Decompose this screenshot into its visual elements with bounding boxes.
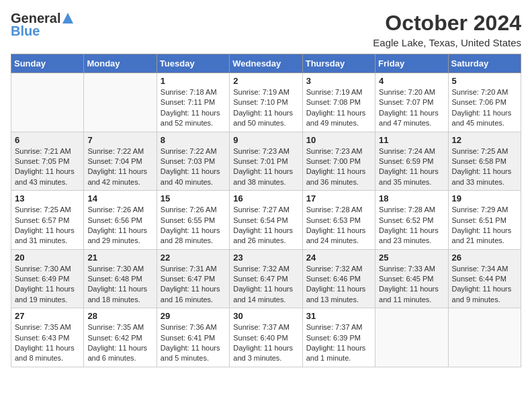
day-info: Sunrise: 7:20 AMSunset: 7:07 PMDaylight:…	[379, 87, 444, 129]
day-cell: 19Sunrise: 7:29 AMSunset: 6:51 PMDayligh…	[448, 191, 521, 250]
day-number: 9	[233, 135, 298, 145]
location: Eagle Lake, Texas, United States	[373, 37, 521, 48]
day-cell	[11, 73, 84, 132]
day-number: 25	[379, 253, 444, 263]
logo: General Blue	[11, 11, 73, 39]
day-cell: 1Sunrise: 7:18 AMSunset: 7:11 PMDaylight…	[157, 73, 229, 132]
day-info: Sunrise: 7:22 AMSunset: 7:04 PMDaylight:…	[87, 146, 152, 188]
logo-arrow-icon	[62, 13, 73, 26]
day-info: Sunrise: 7:21 AMSunset: 7:05 PMDaylight:…	[15, 146, 80, 188]
day-number: 12	[452, 135, 517, 145]
day-info: Sunrise: 7:23 AMSunset: 7:01 PMDaylight:…	[233, 146, 298, 188]
day-info: Sunrise: 7:22 AMSunset: 7:03 PMDaylight:…	[161, 146, 226, 188]
day-cell: 28Sunrise: 7:35 AMSunset: 6:42 PMDayligh…	[84, 308, 157, 367]
day-info: Sunrise: 7:26 AMSunset: 6:55 PMDaylight:…	[161, 205, 226, 246]
svg-marker-0	[62, 13, 73, 24]
week-row-3: 13Sunrise: 7:25 AMSunset: 6:57 PMDayligh…	[11, 191, 521, 250]
week-row-2: 6Sunrise: 7:21 AMSunset: 7:05 PMDaylight…	[11, 132, 521, 191]
day-cell: 25Sunrise: 7:33 AMSunset: 6:45 PMDayligh…	[375, 249, 448, 308]
day-number: 18	[379, 193, 444, 203]
day-info: Sunrise: 7:25 AMSunset: 6:57 PMDaylight:…	[15, 205, 80, 246]
day-cell: 26Sunrise: 7:34 AMSunset: 6:44 PMDayligh…	[448, 249, 521, 308]
day-number: 2	[233, 76, 298, 86]
day-cell: 17Sunrise: 7:28 AMSunset: 6:53 PMDayligh…	[302, 191, 375, 250]
day-cell: 3Sunrise: 7:19 AMSunset: 7:08 PMDaylight…	[302, 73, 375, 132]
day-number: 30	[233, 311, 298, 321]
day-cell: 20Sunrise: 7:30 AMSunset: 6:49 PMDayligh…	[11, 249, 84, 308]
day-cell: 15Sunrise: 7:26 AMSunset: 6:55 PMDayligh…	[157, 191, 229, 250]
day-info: Sunrise: 7:28 AMSunset: 6:52 PMDaylight:…	[379, 205, 444, 246]
day-number: 16	[233, 193, 298, 203]
day-info: Sunrise: 7:33 AMSunset: 6:45 PMDaylight:…	[379, 264, 444, 306]
calendar-table: Sunday Monday Tuesday Wednesday Thursday…	[11, 54, 521, 367]
col-tuesday: Tuesday	[157, 54, 229, 73]
day-number: 26	[452, 253, 517, 263]
day-number: 21	[87, 253, 152, 263]
day-cell: 16Sunrise: 7:27 AMSunset: 6:54 PMDayligh…	[230, 191, 302, 250]
day-info: Sunrise: 7:35 AMSunset: 6:42 PMDaylight:…	[87, 322, 152, 364]
day-number: 4	[379, 76, 444, 86]
day-number: 29	[161, 311, 226, 321]
day-number: 15	[161, 193, 226, 203]
day-cell: 31Sunrise: 7:37 AMSunset: 6:39 PMDayligh…	[302, 308, 375, 367]
day-number: 24	[306, 253, 371, 263]
day-info: Sunrise: 7:25 AMSunset: 6:58 PMDaylight:…	[452, 146, 517, 188]
day-info: Sunrise: 7:37 AMSunset: 6:40 PMDaylight:…	[233, 322, 298, 364]
week-row-1: 1Sunrise: 7:18 AMSunset: 7:11 PMDaylight…	[11, 73, 521, 132]
day-cell: 4Sunrise: 7:20 AMSunset: 7:07 PMDaylight…	[375, 73, 448, 132]
day-cell: 11Sunrise: 7:24 AMSunset: 6:59 PMDayligh…	[375, 132, 448, 191]
day-cell: 13Sunrise: 7:25 AMSunset: 6:57 PMDayligh…	[11, 191, 84, 250]
col-friday: Friday	[375, 54, 448, 73]
day-number: 3	[306, 76, 371, 86]
day-info: Sunrise: 7:28 AMSunset: 6:53 PMDaylight:…	[306, 205, 371, 246]
day-cell: 9Sunrise: 7:23 AMSunset: 7:01 PMDaylight…	[230, 132, 302, 191]
col-thursday: Thursday	[302, 54, 375, 73]
day-number: 28	[87, 311, 152, 321]
day-info: Sunrise: 7:37 AMSunset: 6:39 PMDaylight:…	[306, 322, 371, 364]
day-cell: 23Sunrise: 7:32 AMSunset: 6:47 PMDayligh…	[230, 249, 302, 308]
col-sunday: Sunday	[11, 54, 84, 73]
day-info: Sunrise: 7:18 AMSunset: 7:11 PMDaylight:…	[161, 87, 226, 129]
day-number: 20	[15, 253, 80, 263]
day-number: 10	[306, 135, 371, 145]
day-number: 23	[233, 253, 298, 263]
day-number: 22	[161, 253, 226, 263]
day-info: Sunrise: 7:20 AMSunset: 7:06 PMDaylight:…	[452, 87, 517, 129]
day-number: 13	[15, 193, 80, 203]
day-number: 31	[306, 311, 371, 321]
day-number: 27	[15, 311, 80, 321]
day-cell: 24Sunrise: 7:32 AMSunset: 6:46 PMDayligh…	[302, 249, 375, 308]
day-cell: 7Sunrise: 7:22 AMSunset: 7:04 PMDaylight…	[84, 132, 157, 191]
day-number: 1	[161, 76, 226, 86]
col-saturday: Saturday	[448, 54, 521, 73]
day-cell	[375, 308, 448, 367]
day-cell: 6Sunrise: 7:21 AMSunset: 7:05 PMDaylight…	[11, 132, 84, 191]
day-info: Sunrise: 7:34 AMSunset: 6:44 PMDaylight:…	[452, 264, 517, 306]
day-cell: 27Sunrise: 7:35 AMSunset: 6:43 PMDayligh…	[11, 308, 84, 367]
day-info: Sunrise: 7:26 AMSunset: 6:56 PMDaylight:…	[87, 205, 152, 246]
col-monday: Monday	[84, 54, 157, 73]
title-section: October 2024 Eagle Lake, Texas, United S…	[373, 11, 521, 48]
day-cell: 21Sunrise: 7:30 AMSunset: 6:48 PMDayligh…	[84, 249, 157, 308]
day-cell: 29Sunrise: 7:36 AMSunset: 6:41 PMDayligh…	[157, 308, 229, 367]
logo-blue: Blue	[11, 24, 40, 39]
day-cell: 30Sunrise: 7:37 AMSunset: 6:40 PMDayligh…	[230, 308, 302, 367]
day-number: 11	[379, 135, 444, 145]
page-header: General Blue October 2024 Eagle Lake, Te…	[11, 11, 521, 48]
day-info: Sunrise: 7:19 AMSunset: 7:10 PMDaylight:…	[233, 87, 298, 129]
day-info: Sunrise: 7:30 AMSunset: 6:48 PMDaylight:…	[87, 264, 152, 306]
day-info: Sunrise: 7:29 AMSunset: 6:51 PMDaylight:…	[452, 205, 517, 246]
day-info: Sunrise: 7:31 AMSunset: 6:47 PMDaylight:…	[161, 264, 226, 306]
day-info: Sunrise: 7:36 AMSunset: 6:41 PMDaylight:…	[161, 322, 226, 364]
day-number: 7	[87, 135, 152, 145]
day-info: Sunrise: 7:27 AMSunset: 6:54 PMDaylight:…	[233, 205, 298, 246]
day-cell: 2Sunrise: 7:19 AMSunset: 7:10 PMDaylight…	[230, 73, 302, 132]
day-cell: 10Sunrise: 7:23 AMSunset: 7:00 PMDayligh…	[302, 132, 375, 191]
day-cell: 12Sunrise: 7:25 AMSunset: 6:58 PMDayligh…	[448, 132, 521, 191]
calendar-header-row: Sunday Monday Tuesday Wednesday Thursday…	[11, 54, 521, 73]
week-row-5: 27Sunrise: 7:35 AMSunset: 6:43 PMDayligh…	[11, 308, 521, 367]
day-info: Sunrise: 7:32 AMSunset: 6:46 PMDaylight:…	[306, 264, 371, 306]
day-cell: 18Sunrise: 7:28 AMSunset: 6:52 PMDayligh…	[375, 191, 448, 250]
day-cell: 8Sunrise: 7:22 AMSunset: 7:03 PMDaylight…	[157, 132, 229, 191]
day-info: Sunrise: 7:24 AMSunset: 6:59 PMDaylight:…	[379, 146, 444, 188]
